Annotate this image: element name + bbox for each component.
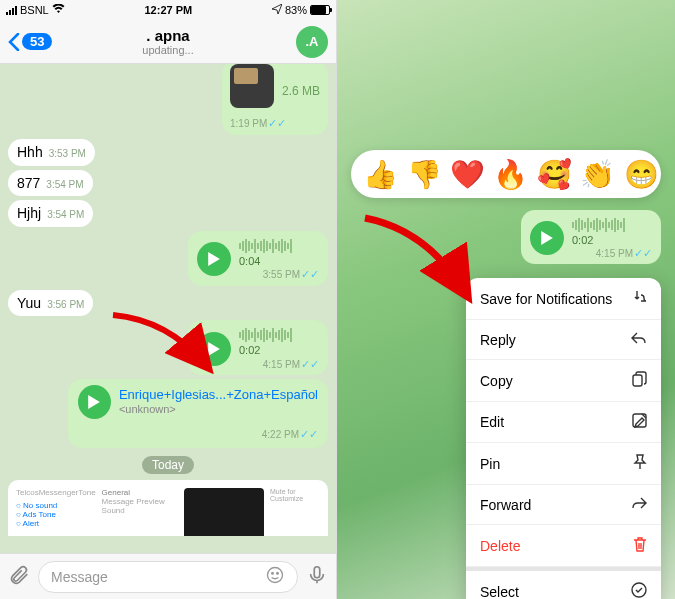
play-button[interactable] xyxy=(197,332,231,366)
file-size: 2.6 MB xyxy=(282,84,320,98)
read-ticks-icon: ✓✓ xyxy=(634,247,652,259)
play-button[interactable] xyxy=(78,385,111,419)
read-ticks-icon: ✓✓ xyxy=(268,117,286,129)
menu-edit[interactable]: Edit xyxy=(466,402,661,443)
status-bar: BSNL 12:27 PM 83% xyxy=(0,0,336,20)
mic-icon[interactable] xyxy=(306,564,328,590)
read-ticks-icon: ✓✓ xyxy=(300,428,318,440)
avatar[interactable]: .A xyxy=(296,26,328,58)
unread-badge: 53 xyxy=(22,33,52,50)
reaction-clap[interactable]: 👏 xyxy=(580,158,615,191)
battery-icon xyxy=(310,5,330,15)
menu-pin[interactable]: Pin xyxy=(466,443,661,485)
message-audio[interactable]: Enrique+Iglesias...+Zona+Español <unknow… xyxy=(68,379,328,448)
svg-rect-4 xyxy=(633,375,642,386)
reaction-picker: 👍 👎 ❤️ 🔥 🥰 👏 😁 xyxy=(351,150,661,198)
svg-point-1 xyxy=(272,573,274,575)
message-file[interactable]: 2.6 MB 1:19 PM✓✓ xyxy=(222,64,328,135)
attach-icon[interactable] xyxy=(8,564,30,590)
reaction-grin[interactable]: 😁 xyxy=(624,158,659,191)
reaction-heart[interactable]: ❤️ xyxy=(450,158,485,191)
input-bar: Message xyxy=(0,553,336,599)
menu-forward[interactable]: Forward xyxy=(466,485,661,525)
menu-copy[interactable]: Copy xyxy=(466,360,661,402)
message-input[interactable]: Message xyxy=(38,561,298,593)
reaction-smiling-hearts[interactable]: 🥰 xyxy=(537,158,572,191)
status-time: 12:27 PM xyxy=(145,4,193,16)
date-separator: Today xyxy=(142,456,194,474)
read-ticks-icon: ✓✓ xyxy=(301,268,319,280)
carrier-label: BSNL xyxy=(20,4,49,16)
message-voice[interactable]: 0:04 3:55 PM✓✓ xyxy=(188,231,328,285)
annotation-arrow xyxy=(357,210,477,314)
message-text[interactable]: Hjhj3:54 PM xyxy=(8,200,93,227)
svg-point-0 xyxy=(268,568,283,583)
sticker-icon[interactable] xyxy=(265,565,285,588)
nav-bar: 53 . apna updating... .A xyxy=(0,20,336,64)
message-voice-highlighted[interactable]: 0:02 4:15 PM✓✓ xyxy=(188,320,328,374)
chat-area[interactable]: 2.6 MB 1:19 PM✓✓ Hhh3:53 PM 8773:54 PM H… xyxy=(0,64,336,536)
preview-thumbnail xyxy=(184,488,264,536)
copy-icon xyxy=(632,371,647,390)
file-thumbnail xyxy=(230,64,274,108)
location-icon xyxy=(272,4,282,16)
back-button[interactable]: 53 xyxy=(8,33,52,51)
select-icon xyxy=(631,582,647,599)
reaction-thumbsup[interactable]: 👍 xyxy=(363,158,398,191)
message-text[interactable]: Hhh3:53 PM xyxy=(8,139,95,166)
audio-artist: <unknown> xyxy=(119,403,318,416)
menu-reply[interactable]: Reply xyxy=(466,320,661,360)
play-button[interactable] xyxy=(197,242,231,276)
pin-icon xyxy=(633,454,647,473)
waveform-icon xyxy=(572,216,652,234)
waveform-icon xyxy=(239,326,319,344)
input-placeholder: Message xyxy=(51,569,108,585)
menu-delete[interactable]: Delete xyxy=(466,525,661,567)
waveform-icon xyxy=(239,237,319,255)
menu-select[interactable]: Select xyxy=(466,567,661,599)
svg-point-2 xyxy=(277,573,279,575)
phone-screenshot-left: BSNL 12:27 PM 83% 53 . apna updating... … xyxy=(0,0,337,599)
forward-icon xyxy=(631,496,647,513)
play-button[interactable] xyxy=(530,221,564,255)
phone-screenshot-right: 👍 👎 ❤️ 🔥 🥰 👏 😁 0:02 4:15 PM✓✓ Save for N… xyxy=(337,0,675,599)
selected-voice-message[interactable]: 0:02 4:15 PM✓✓ xyxy=(521,210,661,264)
read-ticks-icon: ✓✓ xyxy=(301,358,319,370)
edit-icon xyxy=(632,413,647,431)
reaction-thumbsdown[interactable]: 👎 xyxy=(407,158,442,191)
download-note-icon xyxy=(631,289,647,308)
menu-save-notifications[interactable]: Save for Notifications xyxy=(466,278,661,320)
trash-icon xyxy=(633,536,647,555)
battery-percent: 83% xyxy=(285,4,307,16)
reply-icon xyxy=(631,331,647,348)
svg-point-6 xyxy=(632,583,646,597)
svg-rect-3 xyxy=(314,566,320,577)
audio-title: Enrique+Iglesias...+Zona+Español xyxy=(119,387,318,403)
message-text[interactable]: Yuu3:56 PM xyxy=(8,290,93,317)
signal-icon xyxy=(6,6,17,15)
wifi-icon xyxy=(52,4,65,16)
context-menu: Save for Notifications Reply Copy Edit P… xyxy=(466,278,661,599)
reaction-fire[interactable]: 🔥 xyxy=(493,158,528,191)
link-preview[interactable]: TelcosMessengerTone ○ No sound ○ Ads Ton… xyxy=(8,480,328,536)
message-text[interactable]: 8773:54 PM xyxy=(8,170,93,197)
